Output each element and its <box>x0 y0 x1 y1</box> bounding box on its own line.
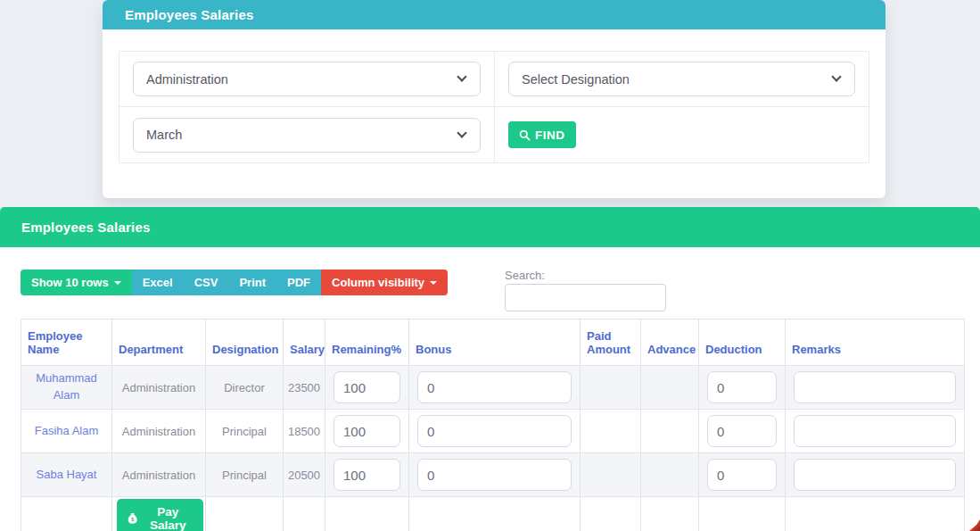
employee-name-link[interactable]: Fasiha Alam <box>21 410 112 453</box>
column-visibility-button[interactable]: Column visibility <box>321 270 448 295</box>
salary-cell: 20500 <box>284 453 325 497</box>
pdf-export-button[interactable]: PDF <box>276 270 321 295</box>
column-header-remaining[interactable]: Remaining% <box>325 319 409 366</box>
remarks-cell <box>786 453 965 497</box>
bonus-cell <box>409 366 581 410</box>
month-select[interactable]: March <box>133 118 481 153</box>
remarks-cell <box>786 366 965 410</box>
search-input[interactable] <box>505 284 666 311</box>
designation-cell: Principal <box>206 410 284 453</box>
table-row: Fasiha Alam Administration Principal 185… <box>21 410 965 453</box>
column-header-paid-amount[interactable]: Paid Amount <box>581 319 641 366</box>
filter-grid: Administration Select Designation March <box>119 51 869 163</box>
advance-cell <box>641 366 699 410</box>
footer-empty-cell <box>581 497 641 531</box>
deduction-input[interactable] <box>707 415 777 447</box>
table-row: Muhammad Alam Administration Director 23… <box>21 366 965 410</box>
column-header-remarks[interactable]: Remarks <box>786 319 965 366</box>
show-rows-button[interactable]: Show 10 rows <box>21 270 132 295</box>
deduction-cell <box>699 453 786 497</box>
bonus-input[interactable] <box>417 371 572 403</box>
deduction-input[interactable] <box>707 459 777 491</box>
footer-empty-cell <box>409 497 581 531</box>
column-header-department[interactable]: Department <box>112 319 206 366</box>
print-button[interactable]: Print <box>228 270 276 295</box>
find-button[interactable]: FIND <box>508 121 576 148</box>
paid-amount-cell <box>581 410 641 453</box>
bonus-input[interactable] <box>417 415 572 447</box>
footer-empty-cell <box>284 497 325 531</box>
employee-name-link[interactable]: Saba Hayat <box>21 453 112 497</box>
column-header-deduction[interactable]: Deduction <box>699 319 786 366</box>
department-cell: Administration <box>112 366 206 410</box>
month-filter-cell: March <box>119 107 495 162</box>
deduction-cell <box>699 366 786 410</box>
paid-amount-cell <box>581 366 641 410</box>
footer-empty-cell <box>786 497 965 531</box>
footer-action-cell: $ Pay Salary <box>112 497 206 531</box>
remarks-input[interactable] <box>794 459 956 491</box>
employees-salaries-table: Employee Name Department Designation Sal… <box>21 319 965 531</box>
department-cell: Administration <box>112 410 206 453</box>
csv-export-button[interactable]: CSV <box>184 270 229 295</box>
caret-down-icon <box>430 281 437 285</box>
find-filter-cell: FIND <box>495 107 869 162</box>
designation-cell: Director <box>206 366 284 410</box>
column-header-salary[interactable]: Salary <box>284 319 325 366</box>
column-header-designation[interactable]: Designation <box>206 319 284 366</box>
footer-empty-cell <box>699 497 786 531</box>
table-panel-body: Show 10 rows Excel CSV Print PDF Column … <box>0 247 980 531</box>
bonus-cell <box>409 410 581 453</box>
caret-down-icon <box>114 281 121 285</box>
search-label: Search: <box>505 269 545 282</box>
remaining-input[interactable] <box>334 459 400 491</box>
department-cell: Administration <box>112 453 206 497</box>
column-header-advance[interactable]: Advance <box>641 319 699 366</box>
remaining-cell <box>325 453 409 497</box>
employee-name-link[interactable]: Muhammad Alam <box>21 366 112 410</box>
pay-salary-button[interactable]: $ Pay Salary <box>117 499 203 531</box>
datatable-toolbar: Show 10 rows Excel CSV Print PDF Column … <box>21 270 448 295</box>
column-header-employee-name[interactable]: Employee Name <box>21 319 112 366</box>
designation-filter-cell: Select Designation <box>495 52 869 107</box>
bonus-cell <box>409 453 581 497</box>
deduction-input[interactable] <box>707 371 777 403</box>
advance-cell <box>641 410 699 453</box>
footer-empty-cell <box>641 497 699 531</box>
bonus-input[interactable] <box>417 459 572 491</box>
remaining-cell <box>325 366 409 410</box>
advance-cell <box>641 453 699 497</box>
footer-empty-cell <box>206 497 284 531</box>
remaining-input[interactable] <box>334 371 400 403</box>
paid-amount-cell <box>581 453 641 497</box>
money-bag-icon: $ <box>128 511 137 526</box>
column-visibility-label: Column visibility <box>332 276 424 289</box>
filter-card: Employees Salaries Administration Select… <box>103 0 885 198</box>
deduction-cell <box>699 410 786 453</box>
designation-cell: Principal <box>206 453 284 497</box>
show-rows-label: Show 10 rows <box>31 276 109 289</box>
find-button-label: FIND <box>535 129 565 142</box>
table-row: Saba Hayat Administration Principal 2050… <box>21 453 965 497</box>
table-panel-title: Employees Salaries <box>0 207 980 247</box>
designation-select[interactable]: Select Designation <box>508 62 855 96</box>
footer-empty-cell <box>21 497 112 531</box>
salary-cell: 18500 <box>284 410 325 453</box>
remaining-cell <box>325 410 409 453</box>
excel-export-button[interactable]: Excel <box>132 270 184 295</box>
pay-salary-label: Pay Salary <box>143 505 193 531</box>
remarks-input[interactable] <box>794 415 956 447</box>
search-icon <box>519 129 531 141</box>
remarks-input[interactable] <box>794 371 956 403</box>
footer-empty-cell <box>325 497 409 531</box>
filter-card-title: Employees Salaries <box>103 0 885 29</box>
column-header-bonus[interactable]: Bonus <box>409 319 581 366</box>
remarks-cell <box>786 410 965 453</box>
table-footer-row: $ Pay Salary <box>21 497 965 531</box>
salary-cell: 23500 <box>284 366 325 410</box>
table-header-row: Employee Name Department Designation Sal… <box>21 319 965 366</box>
remaining-input[interactable] <box>334 415 400 447</box>
department-select[interactable]: Administration <box>133 62 481 96</box>
department-filter-cell: Administration <box>119 52 495 107</box>
